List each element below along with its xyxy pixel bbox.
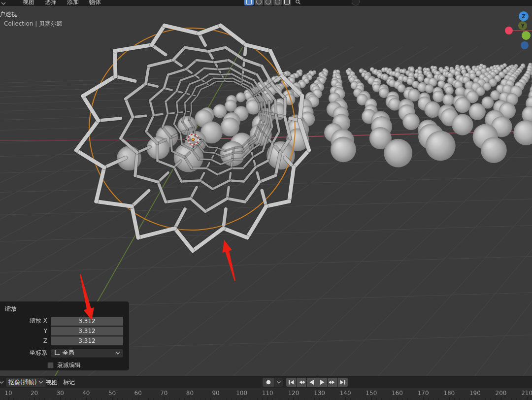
play-button[interactable] bbox=[317, 378, 327, 387]
ruler-major-tick bbox=[267, 397, 268, 400]
play-reverse-button[interactable] bbox=[307, 378, 317, 387]
snap-button[interactable] bbox=[255, 0, 263, 5]
editor-type-chevron-icon[interactable] bbox=[0, 1, 7, 6]
ruler-frame-number: 40 bbox=[82, 390, 90, 397]
header-menu-item[interactable]: 添加 bbox=[66, 0, 80, 5]
ruler-major-tick bbox=[475, 397, 475, 400]
search-input[interactable] bbox=[293, 0, 351, 5]
keying-popover[interactable]: 抠像(插帧) bbox=[6, 378, 46, 387]
jump-first-button[interactable] bbox=[286, 378, 296, 387]
ruler-minor-tick bbox=[107, 398, 107, 400]
jump-last-icon bbox=[338, 378, 347, 387]
timeline-header: 抠像(插帧) 视图 标记 bbox=[0, 376, 532, 388]
ruler-minor-tick bbox=[153, 398, 154, 400]
ruler-minor-tick bbox=[133, 398, 133, 400]
orientation-axes-icon bbox=[54, 350, 60, 356]
snap-target-button[interactable] bbox=[264, 0, 272, 5]
record-options-button[interactable] bbox=[274, 378, 283, 387]
header-menu-item[interactable]: 物体 bbox=[88, 0, 102, 5]
ruler-minor-tick bbox=[350, 398, 351, 400]
record-button[interactable] bbox=[263, 378, 274, 387]
ruler-major-tick bbox=[320, 397, 320, 400]
prev-keyframe-icon bbox=[297, 378, 306, 387]
ruler-frame-number: 140 bbox=[340, 390, 351, 397]
prev-keyframe-button[interactable] bbox=[297, 378, 306, 387]
proportional-editing-icon bbox=[246, 0, 252, 4]
ruler-minor-tick bbox=[117, 398, 118, 400]
ruler-minor-tick bbox=[247, 398, 247, 400]
ruler-major-tick bbox=[190, 397, 190, 400]
ruler-minor-tick bbox=[418, 398, 418, 400]
gizmos-button[interactable] bbox=[273, 0, 282, 5]
ruler-frame-number: 180 bbox=[443, 390, 455, 397]
ruler-frame-number: 100 bbox=[236, 390, 247, 397]
ruler-minor-tick bbox=[3, 398, 3, 400]
ruler-minor-tick bbox=[413, 398, 413, 400]
ruler-minor-tick bbox=[325, 398, 325, 400]
ruler-minor-tick bbox=[184, 398, 185, 400]
header-menu-item[interactable]: 选择 bbox=[44, 0, 58, 5]
ruler-major-tick bbox=[294, 397, 294, 400]
operator-panel-title: 缩放 bbox=[0, 304, 129, 316]
search-icon bbox=[295, 0, 301, 5]
ruler-frame-number: 110 bbox=[262, 390, 273, 397]
ruler-minor-tick bbox=[444, 398, 444, 400]
orientation-dropdown[interactable]: 全局 bbox=[51, 349, 123, 358]
view-perspective-label: 户透视 bbox=[0, 10, 17, 19]
ruler-minor-tick bbox=[376, 398, 377, 400]
header-dropdown[interactable] bbox=[352, 0, 360, 5]
ruler-major-tick bbox=[449, 397, 450, 400]
record-options-icon bbox=[274, 378, 283, 387]
timeline-menu-marker[interactable]: 标记 bbox=[63, 378, 75, 387]
timeline-menu-view[interactable]: 视图 bbox=[46, 378, 58, 387]
ruler-minor-tick bbox=[496, 398, 496, 400]
ruler-frame-number: 20 bbox=[31, 390, 38, 397]
scale-value-field[interactable]: 3.312 bbox=[51, 327, 123, 335]
ruler-major-tick bbox=[164, 397, 165, 400]
overlays-button[interactable] bbox=[283, 0, 291, 5]
ruler-minor-tick bbox=[159, 398, 159, 400]
scale-value-field[interactable]: 3.312 bbox=[51, 336, 123, 345]
ruler-minor-tick bbox=[65, 398, 66, 400]
ruler-frame-number: 80 bbox=[186, 390, 194, 397]
falloff-checkbox[interactable] bbox=[47, 362, 54, 368]
header-menu-item[interactable]: 视图 bbox=[22, 0, 35, 5]
ruler-minor-tick bbox=[101, 398, 102, 400]
timeline-ruler[interactable]: 1020304050607080901001101201301401501601… bbox=[0, 388, 532, 400]
ruler-major-tick bbox=[86, 397, 87, 400]
scale-axis-label: 缩放 X bbox=[0, 317, 51, 325]
ruler-minor-tick bbox=[128, 398, 128, 400]
ruler-minor-tick bbox=[299, 398, 299, 400]
ruler-minor-tick bbox=[283, 398, 283, 400]
ruler-minor-tick bbox=[516, 398, 517, 400]
ruler-frame-number: 160 bbox=[392, 390, 403, 397]
transport-controls bbox=[263, 378, 348, 387]
next-keyframe-button[interactable] bbox=[328, 378, 337, 387]
timeline-editor-chevron-icon[interactable] bbox=[0, 380, 5, 385]
ruler-minor-tick bbox=[490, 398, 491, 400]
play-icon bbox=[318, 378, 327, 387]
proportional-editing-button[interactable] bbox=[244, 0, 254, 5]
orientation-label: 坐标系 bbox=[0, 349, 51, 357]
ruler-minor-tick bbox=[96, 398, 97, 400]
ruler-minor-tick bbox=[262, 398, 263, 400]
ruler-frame-number: 170 bbox=[418, 390, 429, 397]
ruler-minor-tick bbox=[407, 398, 408, 400]
ruler-major-tick bbox=[423, 397, 424, 400]
ruler-minor-tick bbox=[24, 398, 24, 400]
ruler-minor-tick bbox=[39, 398, 40, 400]
ruler-minor-tick bbox=[91, 398, 92, 400]
ruler-minor-tick bbox=[29, 398, 30, 400]
ruler-minor-tick bbox=[210, 398, 211, 400]
ruler-major-tick bbox=[527, 397, 528, 400]
ruler-major-tick bbox=[60, 397, 61, 400]
scale-value-field[interactable]: 3.312 bbox=[51, 317, 123, 326]
ruler-major-tick bbox=[216, 397, 216, 400]
ruler-minor-tick bbox=[122, 398, 123, 400]
ruler-minor-tick bbox=[200, 398, 200, 400]
ruler-major-tick bbox=[501, 397, 501, 400]
jump-last-button[interactable] bbox=[338, 378, 348, 387]
ruler-minor-tick bbox=[330, 398, 330, 400]
ruler-frame-number: 210 bbox=[521, 390, 532, 397]
falloff-label: 衰减编辑 bbox=[57, 361, 81, 369]
